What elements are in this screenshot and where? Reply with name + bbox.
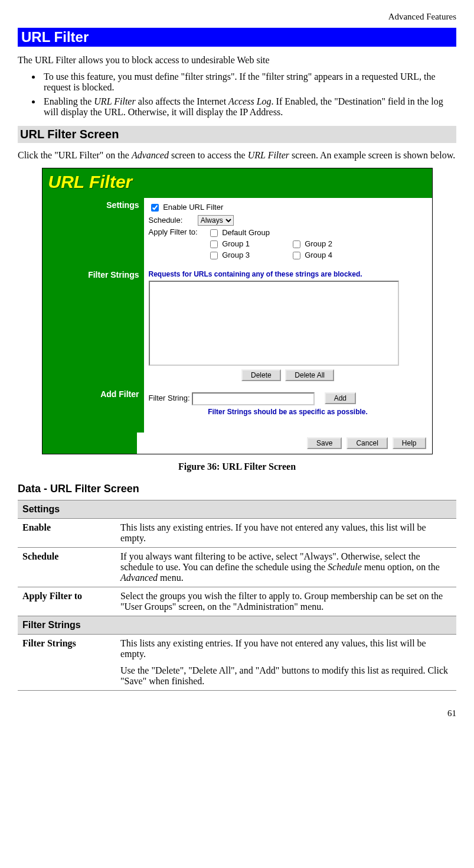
add-filter-note: Filter Strings should be as specific as …	[149, 408, 427, 416]
ss-add-filter-label: Add Filter	[43, 387, 144, 433]
table-row: Apply Filter to Select the groups you wi…	[18, 587, 456, 616]
row-fs-label: Filter Strings	[18, 635, 116, 691]
group3-checkbox[interactable]	[210, 252, 218, 259]
bullet-2: Enabling the URL Filter also affects the…	[41, 96, 456, 118]
para1-post: screen. An example screen is shown below…	[289, 150, 455, 160]
filter-string-input-label: Filter String:	[149, 394, 190, 402]
default-group-checkbox[interactable]	[210, 229, 218, 237]
intro-text: The URL Filter allows you to block acces…	[18, 55, 456, 66]
para1-i2: URL Filter	[248, 150, 289, 160]
r2-i1: Schedule	[328, 562, 362, 572]
para1-pre: Click the "URL Filter" on the	[18, 150, 132, 160]
r2-mid: menu option, on the	[362, 562, 440, 572]
r4-p2: Use the "Delete", "Delete All", and "Add…	[120, 665, 452, 687]
page-header-right: Advanced Features	[18, 12, 456, 22]
table-section-filterstrings: Filter Strings	[18, 616, 456, 635]
enable-label: Enable URL Filter	[163, 203, 223, 212]
screenshot-title: URL Filter	[43, 168, 432, 198]
table-row: Filter Strings This lists any existing e…	[18, 635, 456, 691]
group4-label: Group 4	[305, 251, 332, 259]
group4-checkbox[interactable]	[293, 252, 300, 259]
group1-checkbox[interactable]	[210, 240, 218, 248]
page-number: 61	[18, 708, 456, 719]
row-schedule-label: Schedule	[18, 548, 116, 587]
data-heading: Data - URL Filter Screen	[18, 483, 456, 495]
bullet-list: To use this feature, you must define "fi…	[18, 71, 456, 118]
bullet-1: To use this feature, you must define "fi…	[41, 71, 456, 93]
title-bar: URL Filter	[18, 28, 456, 47]
schedule-label: Schedule:	[149, 216, 183, 225]
ss-settings-label: Settings	[43, 198, 144, 268]
r2-i2: Advanced	[120, 573, 158, 583]
figure-caption: Figure 36: URL Filter Screen	[18, 461, 456, 472]
row-schedule-val: If you always want filtering to be activ…	[116, 548, 456, 587]
cancel-button[interactable]: Cancel	[346, 437, 387, 449]
filter-strings-listbox[interactable]	[149, 281, 399, 366]
ss-filter-strings-label: Filter Strings	[43, 268, 144, 387]
delete-button[interactable]: Delete	[241, 369, 281, 381]
table-row: Schedule If you always want filtering to…	[18, 548, 456, 587]
bullet-2-mid: also affects the Internet	[136, 96, 228, 106]
para1-mid: screen to access the	[169, 150, 248, 160]
enable-url-filter-checkbox[interactable]	[151, 204, 159, 212]
data-table: Settings Enable This lists any existing …	[18, 500, 456, 691]
delete-all-button[interactable]: Delete All	[285, 369, 334, 381]
row-apply-val: Select the groups you wish the filter to…	[116, 587, 456, 616]
schedule-select[interactable]: Always	[198, 215, 234, 226]
add-button[interactable]: Add	[325, 392, 356, 404]
screenshot-figure: URL Filter Settings Enable URL Filter Sc…	[42, 168, 433, 454]
table-section-settings: Settings	[18, 500, 456, 519]
save-button[interactable]: Save	[307, 437, 342, 449]
row-fs-val: This lists any existing entries. If you …	[116, 635, 456, 691]
table-row: Enable This lists any existing entries. …	[18, 519, 456, 548]
section-heading-1: URL Filter Screen	[18, 126, 456, 143]
bullet-2-pre: Enabling the	[44, 96, 94, 106]
group2-checkbox[interactable]	[293, 240, 300, 248]
filter-string-input[interactable]	[192, 392, 315, 405]
group1-label: Group 1	[222, 239, 250, 248]
row-apply-label: Apply Filter to	[18, 587, 116, 616]
bullet-2-i1: URL Filter	[94, 96, 135, 106]
para1-i1: Advanced	[132, 150, 169, 160]
row-enable-label: Enable	[18, 519, 116, 548]
help-button[interactable]: Help	[393, 437, 426, 449]
filter-strings-note: Requests for URLs containing any of thes…	[149, 270, 427, 278]
group2-label: Group 2	[305, 239, 332, 248]
row-enable-val: This lists any existing entries. If you …	[116, 519, 456, 548]
group3-label: Group 3	[222, 251, 250, 259]
default-group-label: Default Group	[222, 228, 270, 237]
bullet-2-i2: Access Log	[228, 96, 271, 106]
r4-p1: This lists any existing entries. If you …	[120, 638, 452, 659]
bullet-1-text: To use this feature, you must define "fi…	[44, 71, 436, 92]
para-1: Click the "URL Filter" on the Advanced s…	[18, 150, 456, 161]
apply-filter-label: Apply Filter to:	[149, 227, 208, 261]
r2-post: menu.	[158, 573, 184, 583]
